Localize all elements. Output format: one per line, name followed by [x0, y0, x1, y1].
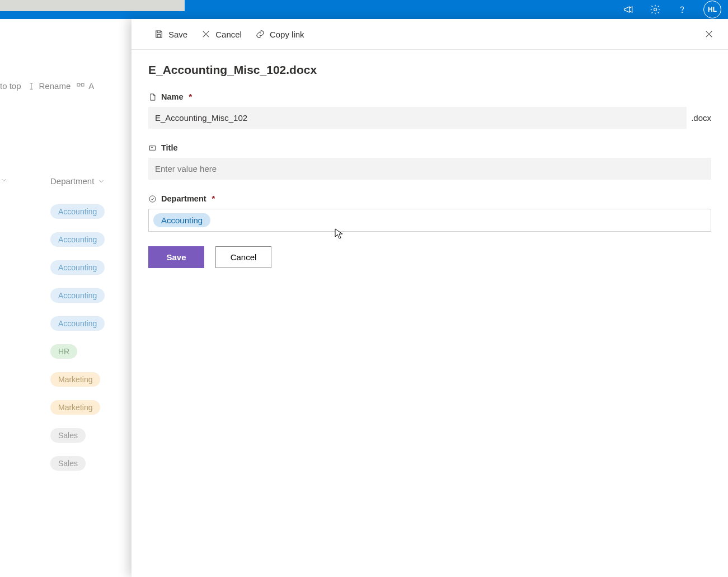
table-row[interactable]: Marketing	[50, 372, 105, 387]
save-button[interactable]: Save	[148, 246, 204, 268]
megaphone-icon[interactable]	[623, 4, 634, 15]
title-input[interactable]	[148, 158, 711, 180]
gear-icon[interactable]	[650, 4, 661, 15]
avatar-initials: HL	[708, 6, 717, 13]
field-name: Name * .docx	[148, 92, 711, 129]
panel-title: E_Accounting_Misc_102.docx	[148, 63, 711, 77]
table-row[interactable]: Accounting	[50, 316, 105, 331]
suite-header: HL	[0, 0, 728, 19]
svg-point-1	[682, 12, 683, 13]
properties-panel: Save Cancel Copy link E_Accounting_Misc_…	[131, 19, 728, 577]
table-row[interactable]: Accounting	[50, 204, 105, 219]
panel-toolbar: Save Cancel Copy link	[131, 19, 728, 50]
department-pill: HR	[50, 344, 77, 359]
automate-button[interactable]: A	[76, 81, 94, 91]
department-pill: Accounting	[50, 232, 105, 247]
department-pill: Marketing	[50, 372, 100, 387]
chevron-down-icon	[97, 177, 105, 185]
department-column-cells: AccountingAccountingAccountingAccounting…	[50, 204, 105, 471]
rename-button[interactable]: Rename	[27, 81, 71, 91]
column-header-department[interactable]: Department	[50, 176, 105, 186]
table-row[interactable]: Marketing	[50, 400, 105, 415]
cancel-command[interactable]: Cancel	[201, 29, 242, 39]
table-row[interactable]: Accounting	[50, 232, 105, 247]
pin-to-top-button[interactable]: to top	[0, 81, 21, 91]
department-pill: Accounting	[50, 316, 105, 331]
copy-link-command[interactable]: Copy link	[255, 29, 304, 39]
name-input[interactable]	[148, 107, 687, 129]
table-row[interactable]: Accounting	[50, 260, 105, 275]
svg-rect-4	[157, 35, 161, 37]
svg-point-6	[149, 195, 156, 201]
department-pill: Sales	[50, 456, 86, 471]
save-command[interactable]: Save	[154, 29, 187, 39]
table-row[interactable]: Accounting	[50, 288, 105, 303]
avatar[interactable]: HL	[703, 1, 721, 18]
field-title: Title	[148, 143, 711, 180]
table-row[interactable]: HR	[50, 344, 105, 359]
required-marker: *	[212, 194, 215, 203]
field-department: Department * Accounting	[148, 194, 711, 232]
field-name-label: Name *	[148, 92, 711, 101]
table-row[interactable]: Sales	[50, 456, 105, 471]
department-pill: Accounting	[50, 204, 105, 219]
department-pill: Accounting	[50, 260, 105, 275]
background-command-bar: to top Rename A	[0, 81, 94, 91]
text-icon	[148, 144, 157, 152]
document-icon	[148, 93, 157, 101]
required-marker: *	[189, 92, 192, 101]
svg-rect-3	[82, 83, 84, 86]
department-pill: Marketing	[50, 400, 100, 415]
svg-rect-2	[77, 83, 80, 86]
panel-body: E_Accounting_Misc_102.docx Name * .docx …	[131, 50, 728, 279]
column-sort-chevron-prev[interactable]	[0, 176, 8, 186]
svg-rect-5	[150, 146, 156, 150]
department-tag[interactable]: Accounting	[153, 213, 210, 227]
department-pill: Sales	[50, 428, 86, 443]
svg-point-0	[654, 8, 657, 11]
cancel-button[interactable]: Cancel	[215, 246, 271, 268]
department-pill: Accounting	[50, 288, 105, 303]
browser-tab-placeholder	[0, 0, 185, 11]
field-title-label: Title	[148, 143, 711, 152]
close-button[interactable]	[701, 26, 717, 42]
file-extension: .docx	[691, 113, 711, 123]
department-picker[interactable]: Accounting	[148, 209, 711, 232]
choice-icon	[148, 195, 157, 203]
help-icon[interactable]	[677, 4, 688, 15]
field-department-label: Department *	[148, 194, 711, 203]
table-row[interactable]: Sales	[50, 428, 105, 443]
